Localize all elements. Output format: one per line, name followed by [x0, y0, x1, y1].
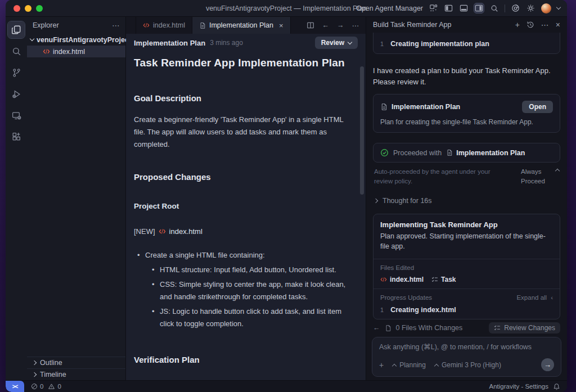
titlebar-separator	[505, 4, 505, 12]
open-agent-manager-button[interactable]: Open Agent Manager	[356, 4, 423, 12]
chevron-left-icon: ‹	[551, 294, 553, 301]
implementing-title: Implementing Task Reminder App	[380, 220, 553, 229]
agent-more-icon[interactable]: ⋯	[541, 20, 549, 29]
settings-gear-icon[interactable]	[526, 3, 536, 13]
toggle-panel-icon[interactable]	[459, 3, 469, 13]
thought-label: Thought for 16s	[382, 197, 432, 205]
send-arrow-icon: →	[544, 361, 551, 369]
tree-item-folder[interactable]: venuFirstAntigravotyProject	[27, 34, 125, 46]
mode-selector[interactable]: Planning	[393, 361, 426, 369]
agent-message: I have created a plan to build your Task…	[373, 65, 560, 87]
model-selector[interactable]: Gemini 3 Pro (High)	[435, 361, 501, 369]
errors-icon	[31, 383, 38, 390]
thought-toggle[interactable]: Thought for 16s	[373, 197, 560, 205]
html-file-icon	[43, 48, 50, 55]
nav-back-icon[interactable]: ←	[322, 21, 330, 29]
implementing-card: Implementing Task Reminder App Plan appr…	[373, 214, 560, 320]
agent-task-title: Build Task Reminder App	[373, 21, 451, 29]
check-circle-icon	[380, 148, 389, 157]
html-file-icon	[159, 228, 166, 235]
browser-icon[interactable]	[511, 3, 520, 13]
account-chevron-down-icon[interactable]	[556, 5, 561, 10]
open-artifact-button[interactable]: Open	[522, 101, 553, 113]
timeline-section[interactable]: Timeline	[27, 368, 125, 380]
html-file-icon	[380, 276, 387, 283]
document-timestamp: 3 mins ago	[210, 39, 243, 47]
toggle-secondary-sidebar-icon[interactable]	[474, 3, 484, 13]
document-title: Implementation Plan	[134, 39, 205, 47]
toggle-primary-sidebar-icon[interactable]	[444, 3, 453, 13]
chevron-right-icon	[32, 372, 37, 377]
document-icon	[380, 103, 388, 111]
new-tag: [NEW]	[134, 226, 155, 238]
run-debug-icon[interactable]	[8, 85, 25, 102]
remote-explorer-icon[interactable]	[8, 107, 25, 124]
zoom-window-button[interactable]	[36, 5, 43, 12]
chevron-up-icon[interactable]	[555, 169, 560, 173]
close-tab-icon[interactable]: ×	[279, 21, 284, 30]
explorer-icon[interactable]	[8, 21, 25, 38]
step-label: Creating implementation plan	[390, 40, 489, 48]
chevron-right-icon	[32, 361, 37, 365]
expand-all-label: Expand all	[516, 294, 547, 301]
review-changes-button[interactable]: Review Changes	[489, 322, 560, 334]
chevron-right-icon	[374, 198, 378, 202]
error-count: 0	[40, 383, 43, 390]
task-chip[interactable]: Task	[431, 276, 456, 283]
tab-implementation-plan[interactable]: Implementation Plan ×	[192, 17, 291, 34]
minimize-window-button[interactable]	[25, 5, 32, 12]
always-proceed-label[interactable]: Always Proceed	[521, 167, 551, 187]
expand-all-button[interactable]: Expand all ‹	[516, 294, 553, 301]
problems-indicator[interactable]: 0 0	[31, 383, 61, 390]
remote-indicator[interactable]: ><	[6, 381, 24, 392]
editor-more-icon[interactable]: ⋯	[352, 21, 359, 30]
tree-item-file[interactable]: index.html	[27, 46, 125, 57]
files-edited-label: Files Edited	[380, 264, 553, 271]
proceeded-card: Proceeded with Implementation Plan	[373, 143, 560, 163]
close-window-button[interactable]	[14, 5, 20, 12]
search-icon[interactable]	[489, 3, 499, 13]
extensions-icon[interactable]	[8, 128, 25, 145]
folder-name: venuFirstAntigravotyProject	[37, 36, 131, 44]
editor-scrollbar[interactable]	[360, 66, 364, 195]
explorer-header-label: Explorer	[33, 21, 59, 29]
close-panel-icon[interactable]: ×	[556, 20, 560, 29]
goal-heading: Goal Description	[134, 91, 352, 106]
progress-updates-label: Progress Updates	[380, 294, 432, 301]
artifact-name: Implementation Plan	[392, 103, 460, 111]
edited-file-name: index.html	[390, 276, 424, 283]
traffic-lights	[14, 5, 43, 12]
bell-icon[interactable]	[553, 383, 560, 390]
customize-layout-icon[interactable]	[429, 3, 438, 13]
artifact-description: Plan for creating the single-file Task R…	[380, 118, 553, 126]
plan-title: Task Reminder App Implementation Plan	[134, 54, 352, 72]
send-button[interactable]: →	[541, 358, 554, 371]
proceeded-doc-name: Implementation Plan	[456, 149, 525, 157]
nav-back-icon[interactable]: ←	[373, 324, 380, 332]
edited-file-chip[interactable]: index.html	[380, 276, 424, 283]
new-conversation-icon[interactable]: +	[515, 20, 520, 29]
split-editor-icon[interactable]	[307, 21, 314, 29]
outline-section[interactable]: Outline	[27, 357, 125, 368]
review-button[interactable]: Review	[315, 37, 358, 49]
attach-plus-icon[interactable]: +	[379, 361, 384, 370]
step-number: 1	[380, 40, 384, 47]
step-label: Creating index.html	[390, 306, 456, 314]
review-changes-label: Review Changes	[504, 324, 555, 332]
source-control-icon[interactable]	[8, 64, 25, 81]
account-avatar[interactable]	[541, 3, 551, 13]
bullet-item: HTML structure: Input field, Add button,…	[152, 264, 352, 276]
tab-index-html[interactable]: index.html	[136, 17, 192, 34]
history-icon[interactable]	[526, 21, 534, 29]
chevron-down-icon	[348, 40, 352, 44]
search-sidebar-icon[interactable]	[8, 43, 25, 60]
settings-status-label[interactable]: Antigravity - Settings	[489, 383, 548, 390]
app-window: venuFirstAntigravotyProject — Implementa…	[6, 0, 567, 392]
plan-step-card[interactable]: 1 Creating implementation plan	[373, 33, 560, 54]
file-name: index.html	[53, 48, 85, 56]
nav-forward-icon[interactable]: →	[337, 21, 344, 29]
chevron-down-icon	[30, 37, 34, 41]
explorer-more-icon[interactable]: ⋯	[112, 21, 120, 30]
chat-input[interactable]	[379, 343, 554, 351]
file-icon	[385, 325, 392, 332]
